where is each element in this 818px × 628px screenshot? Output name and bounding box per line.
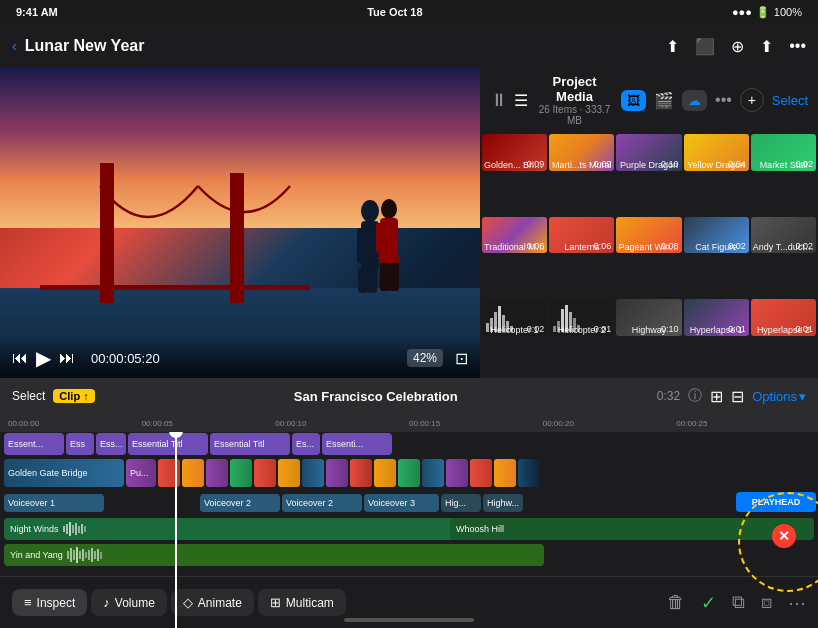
title-clip-1[interactable]: Essent... (4, 433, 64, 455)
chevron-down-icon: ▾ (799, 389, 806, 404)
ruler-mark-15: 00:00:15 (409, 419, 543, 428)
title-clip-2[interactable]: Ess (66, 433, 94, 455)
status-date: Tue Oct 18 (367, 6, 422, 18)
title-clip-6[interactable]: Es... (292, 433, 320, 455)
volume-label: Volume (115, 596, 155, 610)
vo-clip-4[interactable]: Voiceover 3 (364, 494, 439, 512)
volume-icon: ♪ (103, 595, 110, 610)
multicam-button[interactable]: ⊞ Multicam (258, 589, 346, 616)
zoom-icon[interactable]: ⊡ (455, 349, 468, 368)
vid-clip-5[interactable] (206, 459, 228, 487)
animate-label: Animate (198, 596, 242, 610)
select-button[interactable]: Select (772, 93, 808, 108)
chevron-left-icon: ‹ (12, 38, 17, 54)
select-label: Select (12, 389, 45, 403)
animate-button[interactable]: ◇ Animate (171, 589, 254, 616)
title-clip-3[interactable]: Ess... (96, 433, 126, 455)
vid-clip-12[interactable] (374, 459, 396, 487)
back-button[interactable]: ‹ (12, 38, 17, 54)
vo-clip-1[interactable]: Voiceover 1 (4, 494, 104, 512)
vid-clip-14[interactable] (422, 459, 444, 487)
vo-clip-3[interactable]: Voiceover 2 (282, 494, 362, 512)
vid-clip-4[interactable] (182, 459, 204, 487)
timeline-ruler: 00:00:00 00:00:05 00:00:10 00:00:15 00:0… (0, 414, 818, 432)
video-tab[interactable]: 🎬 (654, 91, 674, 110)
vid-clip-7[interactable] (254, 459, 276, 487)
arrange-icon[interactable]: ⧈ (761, 592, 772, 613)
thumb-heli2[interactable]: 0:01 Helicopter 2 (549, 299, 614, 336)
close-playhead-button[interactable]: ✕ (772, 524, 796, 548)
thumb-cat-figure[interactable]: 0:02 Cat Figure (684, 217, 749, 254)
vid-clip-10[interactable] (326, 459, 348, 487)
info-icon[interactable]: ⓘ (688, 387, 702, 405)
upload-icon[interactable]: ⬆ (666, 37, 679, 56)
delete-icon[interactable]: 🗑 (667, 592, 685, 613)
filter-icon[interactable]: ☰ (514, 91, 528, 110)
svg-rect-10 (380, 263, 390, 291)
more-media-icon[interactable]: ••• (715, 91, 732, 109)
audio-clips-view-icon[interactable]: ⊞ (710, 387, 723, 406)
skip-back-button[interactable]: ⏮ (12, 349, 28, 367)
media-header: ⏸ ☰ Project Media 26 Items · 333.7 MB 🖼 … (480, 68, 818, 132)
vo-clip-2[interactable]: Voiceover 2 (200, 494, 280, 512)
video-clip-2[interactable]: Pu... (126, 459, 156, 487)
speed-indicator[interactable]: 42% (407, 349, 443, 367)
confirm-icon[interactable]: ✓ (701, 592, 716, 614)
thumb-highway[interactable]: 0:10 Highway (616, 299, 681, 336)
title-clip-7[interactable]: Essenti... (322, 433, 392, 455)
vid-clip-15[interactable] (446, 459, 468, 487)
share-icon[interactable]: ⬆ (760, 37, 773, 56)
thumb-hyperlapse1[interactable]: 0:01 Hyperlapse 1 (684, 299, 749, 336)
vid-clip-13[interactable] (398, 459, 420, 487)
video-clip-golden-gate[interactable]: Golden Gate Bridge (4, 459, 124, 487)
icloud-tab[interactable]: ☁ (682, 90, 707, 111)
thumb-hyperlapse2[interactable]: 0:01 Hyperlapse 2 (751, 299, 816, 336)
vid-clip-11[interactable] (350, 459, 372, 487)
project-info-bar: Select Clip ↑ San Francisco Celebration … (0, 378, 818, 414)
thumb-yellow-dragon[interactable]: 0:04 Yellow Dragon (684, 134, 749, 171)
yin-yang-waveform (67, 547, 538, 563)
svg-rect-5 (367, 268, 377, 293)
bridge-deck (40, 285, 310, 290)
thumb-pageant-winners[interactable]: 0:08 Pageant Winners (616, 217, 681, 254)
svg-rect-8 (376, 223, 383, 253)
thumb-golden-gate[interactable]: 0:09 Golden... Bridge (482, 134, 547, 171)
photos-tab[interactable]: 🖼 (621, 90, 646, 111)
thumb-market-stall[interactable]: 0:02 Market Stall (751, 134, 816, 171)
multi-track-view-icon[interactable]: ⊟ (731, 387, 744, 406)
more-actions-icon[interactable]: ⋯ (788, 592, 806, 614)
more-icon[interactable]: ••• (789, 37, 806, 55)
vid-clip-9[interactable] (302, 459, 324, 487)
vid-clip-18[interactable] (518, 459, 540, 487)
thumb-andy-productions[interactable]: 0:02 Andy T...ductions (751, 217, 816, 254)
thumb-heli1[interactable]: 0:02 Helicopter 1 (482, 299, 547, 336)
title-clip-4[interactable]: Essential Titl (128, 433, 208, 455)
options-button[interactable]: Options ▾ (752, 389, 806, 404)
vo-clip-6[interactable]: Highw... (483, 494, 523, 512)
ruler-mark-10: 00:00:10 (275, 419, 409, 428)
add-icon[interactable]: ⊕ (731, 37, 744, 56)
volume-button[interactable]: ♪ Volume (91, 589, 167, 616)
thumb-martial-mural[interactable]: 0:09 Marti...ts Mural (549, 134, 614, 171)
multicam-label: Multicam (286, 596, 334, 610)
thumb-lanterns[interactable]: 0:06 Lanterns (549, 217, 614, 254)
camera-icon[interactable]: ⬛ (695, 37, 715, 56)
inspect-button[interactable]: ≡ Inspect (12, 589, 87, 616)
status-time: 9:41 AM (16, 6, 58, 18)
skip-forward-button[interactable]: ⏭ (59, 349, 75, 367)
playhead[interactable] (175, 432, 177, 628)
add-media-button[interactable]: + (740, 88, 764, 112)
thumb-purple-dragon[interactable]: 0:10 Purple Dragon (616, 134, 681, 171)
voiceover-track-2: Voiceover 2 Voiceover 2 Voiceover 3 Hig.… (200, 492, 523, 514)
timeline-view-buttons: ⊞ ⊟ (710, 387, 744, 406)
vid-clip-16[interactable] (470, 459, 492, 487)
play-button[interactable]: ▶ (36, 346, 51, 370)
vid-clip-6[interactable] (230, 459, 252, 487)
pause-icon[interactable]: ⏸ (490, 90, 508, 111)
title-clip-5[interactable]: Essential Titl (210, 433, 290, 455)
thumb-traditional-mural[interactable]: 0:06 Traditional Mural (482, 217, 547, 254)
split-icon[interactable]: ⧉ (732, 592, 745, 613)
vo-clip-5[interactable]: Hig... (441, 494, 481, 512)
vid-clip-17[interactable] (494, 459, 516, 487)
vid-clip-8[interactable] (278, 459, 300, 487)
